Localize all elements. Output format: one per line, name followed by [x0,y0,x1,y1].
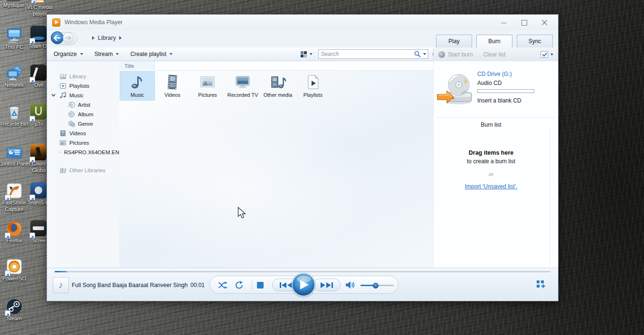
utorrent-app-icon[interactable] [30,103,47,121]
back-button[interactable] [51,31,64,44]
titlebar[interactable]: Windows Media Player [47,15,558,30]
track-title: Full Song Band Baaja Baaraat Ranveer Sin… [72,282,189,288]
recycle-bin-icon[interactable] [6,103,23,121]
count-globa-app-icon[interactable] [30,144,47,161]
close-button[interactable] [541,19,548,26]
network-icon[interactable] [6,65,23,82]
seek-bar[interactable] [55,271,550,272]
view-tabs: Play Burn Sync [436,35,553,47]
wmp-window: Windows Media Player [47,14,559,301]
faststone-capture-icon[interactable] [6,182,23,199]
control-panel-icon[interactable] [6,144,23,161]
category-music[interactable]: Music [120,71,155,101]
team-ov-app-icon[interactable] [30,26,47,43]
tab-sync[interactable]: Sync [517,35,553,47]
play-button[interactable] [292,273,315,297]
sidebar-item-pictures[interactable]: Pictures [47,138,119,148]
vlc-icon[interactable] [31,0,48,3]
column-header-title[interactable]: Title [119,61,155,71]
disc-type-label: Audio CD [477,80,502,86]
desktop-icon-this-pc[interactable]: This PC [0,44,32,50]
playback-bar: ♪ Full Song Band Baaja Baaraat Ranveer S… [47,268,558,301]
desktop-icon-recycle-bin[interactable]: Recycle Bin [0,121,32,127]
stop-button[interactable] [257,282,264,288]
ove-app-icon[interactable] [30,65,47,82]
switch-to-now-playing-button[interactable] [537,280,546,290]
checklist-icon [540,51,548,58]
sidebar-item-genre[interactable]: Genre [47,119,119,129]
breadcrumb-arrow-icon [119,36,122,40]
burn-panel: CD Drive (G:) Audio CD Insert a blank CD… [433,61,558,269]
category-other-media[interactable]: Other media [260,71,295,101]
other-libraries-icon [59,167,66,174]
desktop-icon-control-panel[interactable]: Control Panel [0,160,32,167]
this-pc-icon[interactable] [6,27,23,44]
breadcrumb[interactable]: Library [92,35,122,41]
burn-options-button[interactable] [540,51,553,58]
firefox-icon[interactable] [6,220,23,237]
stream-button[interactable]: Stream [89,49,125,59]
elapsed-time: 00:01 [190,282,205,288]
previous-icon [280,282,292,288]
steam-icon[interactable] [6,298,23,315]
dropdown-caret-icon [116,53,119,55]
volume-slider[interactable] [360,285,394,286]
breadcrumb-item-library[interactable]: Library [98,35,116,41]
sidebar-item-playlists[interactable]: Playlists [47,81,119,91]
search-input[interactable] [321,51,414,57]
cd-drive-link[interactable]: CD Drive (G:) [477,71,512,77]
shuffle-button[interactable] [218,281,228,289]
scree-app-icon[interactable] [30,220,47,237]
search-dropdown-caret-icon[interactable] [423,53,426,55]
tab-play[interactable]: Play [436,35,472,47]
import-unsaved-list-link[interactable]: Import 'Unsaved list'. [465,183,518,190]
burn-progress-bar [477,89,534,93]
now-playing-icon [537,280,546,288]
volume-knob[interactable] [373,283,379,288]
search-icon[interactable] [414,51,421,57]
mystique-folder-icon[interactable] [7,0,24,1]
desktop-icon-faststone[interactable]: FastStone Capture [0,199,32,213]
desktop-icon-poweriso[interactable]: PowerISO [0,275,32,282]
create-playlist-button[interactable]: Create playlist [124,49,178,59]
sidebar-item-videos[interactable]: Videos [47,129,119,138]
desktop-icon-firefox[interactable]: Firefox [0,237,32,244]
poweriso-icon[interactable] [6,258,23,275]
clear-list-button[interactable]: Clear list [483,51,506,58]
library-icon [59,73,66,80]
minimize-button[interactable] [501,19,507,26]
playlists-icon [59,83,66,89]
artist-icon [68,102,75,108]
genre-icon [68,121,75,127]
back-arrow-icon [54,35,61,41]
view-options-button[interactable] [301,51,313,57]
category-videos[interactable]: Videos [155,71,190,101]
category-playlists[interactable]: Playlists [295,71,331,101]
category-pictures[interactable]: Pictures [190,71,225,101]
sidebar-item-other-libraries[interactable]: Other Libraries [47,166,119,175]
tab-burn[interactable]: Burn [476,35,512,47]
forward-button[interactable] [63,32,74,43]
start-burn-button[interactable]: Start burn [448,51,473,58]
or-text: or [434,171,549,177]
desktop-icon-steam[interactable]: Steam [0,315,32,322]
sidebar-item-album[interactable]: Album [47,110,119,119]
maximize-button[interactable] [521,19,527,26]
chevron-expanded-icon[interactable] [51,93,56,97]
mute-button[interactable] [346,281,356,289]
teams-cl-app-icon[interactable] [30,182,47,199]
sidebar-item-library[interactable]: Library [47,72,119,81]
navigation-bar: Library Play Burn Sync [47,30,558,47]
repeat-button[interactable] [235,281,243,289]
divider [436,117,555,118]
category-recorded-tv[interactable]: Recorded TV [225,71,260,101]
sidebar-item-music[interactable]: Music [47,91,119,100]
burn-list-empty-state: Drag items here to create a burn list or… [434,149,549,190]
desktop: Mystique This PC Network Recycle Bin [0,0,644,335]
sidebar-item-artist[interactable]: Artist [47,100,119,110]
organize-button[interactable]: Organize [48,49,89,59]
volume-icon [346,281,356,289]
sidebar-item-rs4pro-disc[interactable]: RS4PRO.X64OEM.EN [47,148,119,157]
desktop-icon-network[interactable]: Network [0,82,32,88]
next-button[interactable] [313,279,341,291]
